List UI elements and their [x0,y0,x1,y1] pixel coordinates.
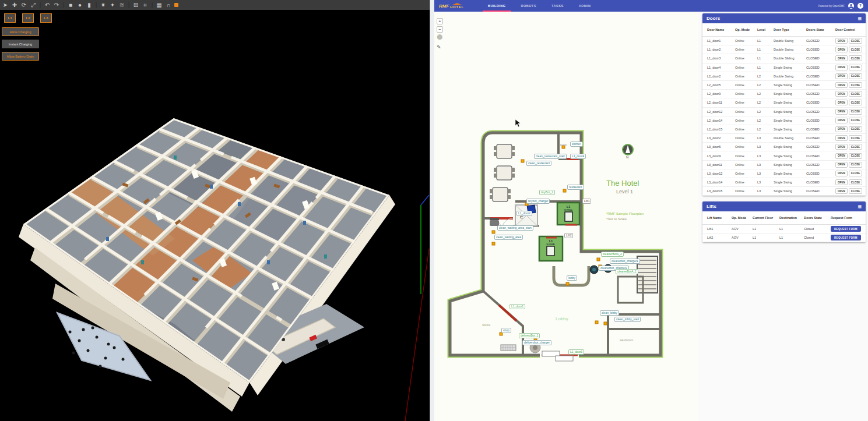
map-label-lobby[interactable]: lobby [567,275,577,281]
door-op-mode: Online [735,163,757,167]
map-label-deliverybot_1[interactable]: deliveryBot_1 [519,333,540,338]
record-icon[interactable] [174,3,178,7]
door-open-button[interactable]: OPEN [835,82,848,88]
floorplan-panel[interactable]: + − ⬤ ✎ E [434,12,698,421]
instant-charging-button[interactable]: Instant Charging [2,40,39,48]
door-close-button[interactable]: CLOSE [849,91,863,97]
rmf-hotel-logo[interactable]: RMF HOTEL [439,3,464,9]
map-label-restaurant[interactable]: restaurant [567,185,584,190]
undo-icon[interactable]: ↶ [44,1,51,9]
spot-light-icon[interactable]: ✦ [109,1,116,9]
map-label-cleanerbot_charger1[interactable]: cleanerbot_charger1 [610,259,640,264]
point-light-icon[interactable]: ✷ [100,1,107,9]
map-label-tinybot_charger[interactable]: tinybot_charger [526,199,550,204]
map-label-clean_restaurant_start[interactable]: clean_restaurant_start [534,154,567,159]
door-close-button[interactable]: CLOSE [849,144,863,150]
door-close-button[interactable]: CLOSE [849,65,863,70]
door-open-button[interactable]: OPEN [835,38,848,44]
door-open-button[interactable]: OPEN [835,162,848,168]
align-icon[interactable]: ⊞ [132,1,139,9]
door-close-button[interactable]: CLOSE [849,162,863,168]
door-open-button[interactable]: OPEN [835,91,848,97]
doors-panel-header[interactable]: Doors ▦ [702,13,866,23]
map-label-clean_lobby[interactable]: clean_lobby [600,310,619,316]
map-label-l1_door1[interactable]: L1_door1 [509,304,525,309]
door-close-button[interactable]: CLOSE [849,153,863,159]
level-button-l1[interactable]: L1 [4,13,16,23]
door-close-button[interactable]: CLOSE [849,109,863,115]
grid-icon[interactable]: ▦ [858,204,862,209]
map-label-kitchen[interactable]: kitchen [570,141,583,147]
map-label-clean_lobby_start[interactable]: clean_lobby_start [614,317,641,322]
map-label-clean_waiting_area[interactable]: clean_waiting_area [494,235,523,240]
map-label-l1_door2[interactable]: L1_door2 [516,211,532,216]
level-button-l2[interactable]: L2 [22,13,34,23]
door-close-button[interactable]: CLOSE [849,100,863,105]
door-open-button[interactable]: OPEN [835,109,848,115]
lift-request-form-button[interactable]: REQUEST FORM [831,226,861,232]
sphere-icon[interactable]: ● [76,1,83,9]
snap-icon[interactable]: ⌗ [142,1,149,9]
tab-tasks[interactable]: TASKS [544,0,571,12]
map-label-tinybot_1[interactable]: tinyBot_1 [539,190,555,195]
pane-divider[interactable] [430,0,434,421]
map-label-cleanerbota_1[interactable]: cleanerBotA_1 [616,269,638,274]
door-close-button[interactable]: CLOSE [849,179,863,185]
door-close-button[interactable]: CLOSE [849,38,863,44]
door-open-button[interactable]: OPEN [835,153,848,159]
tab-building[interactable]: BUILDING [480,0,514,12]
account-icon[interactable] [848,3,854,9]
scale-icon[interactable]: ⤢ [30,1,37,9]
door-open-button[interactable]: OPEN [835,65,848,70]
door-open-button[interactable]: OPEN [835,171,848,176]
select-arrow-icon[interactable]: ➤ [2,1,9,9]
door-open-button[interactable]: OPEN [835,100,848,105]
view-angle-icon[interactable]: ▦ [156,1,163,9]
map-label-lift2[interactable]: Lift2 [564,233,573,238]
door-open-button[interactable]: OPEN [835,73,848,79]
door-close-button[interactable]: CLOSE [849,73,863,79]
lift-request-form-button[interactable]: REQUEST FORM [831,235,861,240]
map-label-l1_door4[interactable]: L1_door4 [570,154,586,159]
map-label-clean_waiting_area_start[interactable]: clean_waiting_area_start [497,225,533,231]
map-label-cleanerbota_2[interactable]: cleanerBotA_2 [601,252,624,257]
door-close-button[interactable]: CLOSE [849,126,863,132]
door-open-button[interactable]: OPEN [835,179,848,185]
door-open-button[interactable]: OPEN [835,118,848,123]
map-label-lift1[interactable]: Lift1 [582,199,591,204]
help-icon[interactable]: ? [858,3,863,9]
allow-charging-button[interactable]: Allow Charging [2,27,39,36]
door-close-button[interactable]: CLOSE [849,55,863,61]
tab-admin[interactable]: ADMIN [571,0,599,12]
map-label-l1_door3[interactable]: L1_door3 [568,349,584,355]
door-open-button[interactable]: OPEN [835,47,848,52]
door-close-button[interactable]: CLOSE [849,47,863,52]
allow-battery-drain-button[interactable]: Allow Battery Drain [2,52,39,61]
door-open-button[interactable]: OPEN [835,188,848,194]
door-op-mode: Online [735,56,757,60]
box-icon[interactable]: ■ [67,1,74,9]
door-close-button[interactable]: CLOSE [849,82,863,88]
door-close-button[interactable]: CLOSE [849,135,863,141]
level-button-l3[interactable]: L3 [40,13,52,23]
translate-icon[interactable]: ✚ [11,1,18,9]
door-close-button[interactable]: CLOSE [849,118,863,123]
door-open-button[interactable]: OPEN [835,126,848,132]
redo-icon[interactable]: ↷ [53,1,60,9]
lifts-panel-header[interactable]: Lifts ▦ [702,201,866,211]
gazebo-3d-viewport[interactable]: ➤✚⟳⤢|↶↷|■●▮|✷✦≋|⊞⌗|▦∩ [0,0,430,421]
tab-robots[interactable]: ROBOTS [514,0,544,12]
directional-light-icon[interactable]: ≋ [118,1,125,9]
door-close-button[interactable]: CLOSE [849,188,863,194]
door-open-button[interactable]: OPEN [835,144,848,150]
door-open-button[interactable]: OPEN [835,55,848,61]
grid-icon[interactable]: ▦ [858,16,862,21]
rotate-icon[interactable]: ⟳ [20,1,27,9]
map-label-deliverybot_charger[interactable]: deliverybot_charger [522,340,551,345]
screenshot-icon[interactable]: ∩ [165,1,172,9]
door-close-button[interactable]: CLOSE [849,171,863,176]
door-open-button[interactable]: OPEN [835,135,848,141]
cylinder-icon[interactable]: ▮ [86,1,93,9]
map-label-shop[interactable]: shop [501,328,511,333]
map-label-clean_restaurant[interactable]: clean_restaurant [526,161,551,166]
